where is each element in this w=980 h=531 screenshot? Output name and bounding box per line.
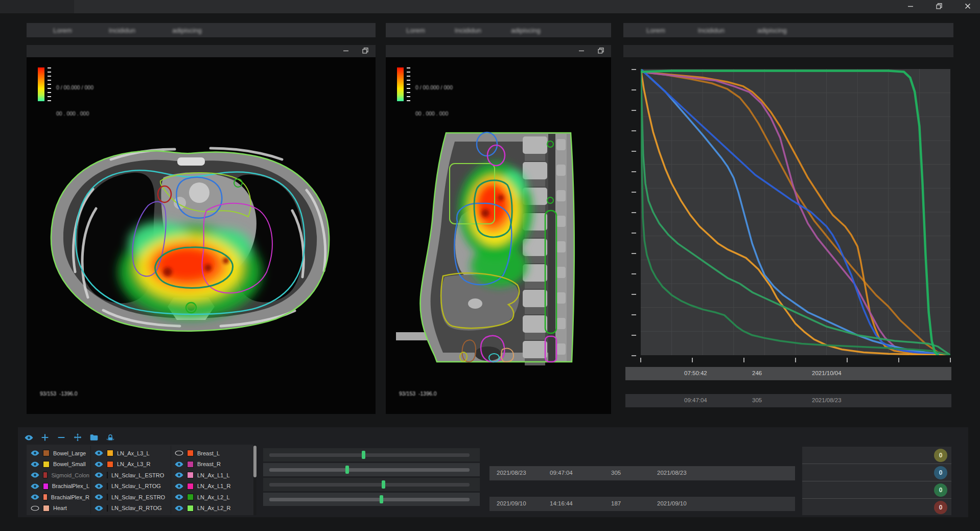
visibility-on-eye-icon[interactable] (95, 505, 103, 511)
scrollbar-thumb[interactable] (253, 446, 256, 477)
visibility-on-eye-icon[interactable] (95, 494, 103, 500)
slider-track[interactable] (269, 498, 470, 501)
structure-row[interactable]: Breast_L (175, 448, 234, 459)
panel-minimize-icon[interactable] (578, 47, 585, 56)
panel-minimize-icon[interactable] (343, 47, 349, 56)
color-swatch[interactable] (107, 472, 108, 478)
slider-track[interactable] (269, 468, 470, 472)
visibility-on-eye-icon[interactable] (175, 461, 183, 467)
structure-label: LN_Sclav_R_RTOG (111, 505, 162, 511)
visibility-off-eye-icon[interactable] (175, 450, 183, 456)
color-swatch[interactable] (43, 483, 49, 490)
window-close-button[interactable] (959, 0, 976, 13)
y-tick (632, 355, 636, 356)
color-swatch[interactable] (107, 483, 108, 490)
visibility-on-eye-icon[interactable] (95, 461, 103, 467)
structure-row[interactable]: Bowel_Large (31, 448, 89, 459)
badge-row[interactable]: 0 (802, 498, 951, 516)
structure-row[interactable]: LN_Ax_L3_R (95, 459, 153, 470)
structure-row[interactable]: Sigmoid_Colon (31, 470, 89, 481)
color-swatch[interactable] (43, 494, 48, 500)
color-swatch[interactable] (187, 450, 194, 456)
open-folder-icon[interactable] (88, 432, 100, 443)
slider-thumb[interactable] (382, 480, 385, 489)
color-swatch[interactable] (43, 450, 50, 456)
slider-track[interactable] (269, 483, 470, 487)
structure-row[interactable]: BrachialPlex_R (31, 492, 89, 503)
menu-item[interactable]: adipiscing (172, 27, 202, 34)
window-minimize-button[interactable] (902, 0, 919, 13)
visibility-eye-icon[interactable] (22, 432, 35, 443)
badge-row[interactable]: 0 (802, 481, 951, 498)
color-swatch[interactable] (107, 450, 113, 456)
structure-row[interactable]: LN_Sclav_R_ESTRO (95, 492, 153, 503)
window-restore-button[interactable] (930, 0, 948, 13)
visibility-on-eye-icon[interactable] (95, 450, 103, 456)
color-swatch[interactable] (187, 505, 194, 512)
color-swatch[interactable] (187, 472, 194, 478)
column-separator (90, 446, 91, 514)
structure-row[interactable]: LN_Ax_L3_L (95, 448, 153, 459)
structure-row[interactable]: Bowel_Small (31, 459, 89, 470)
slider-thumb[interactable] (345, 466, 349, 474)
visibility-off-eye-icon[interactable] (31, 505, 39, 511)
menu-item[interactable]: Incididun (698, 27, 725, 34)
structure-row[interactable]: BrachialPlex_L (31, 481, 89, 492)
slider-track[interactable] (269, 453, 470, 457)
menu-item[interactable]: adipiscing (511, 27, 541, 34)
structure-row[interactable]: LN_Ax_L2_R (175, 503, 234, 514)
lock-sync-icon[interactable] (104, 432, 116, 443)
structure-row[interactable]: Heart (31, 503, 89, 514)
visibility-on-eye-icon[interactable] (31, 494, 39, 500)
slider-thumb[interactable] (380, 495, 383, 503)
visibility-on-eye-icon[interactable] (175, 494, 183, 500)
structure-row[interactable]: LN_Ax_L1_R (175, 481, 234, 492)
menu-item[interactable]: Incididun (455, 27, 481, 34)
slider-thumb[interactable] (362, 451, 365, 459)
color-swatch[interactable] (107, 505, 108, 512)
visibility-on-eye-icon[interactable] (175, 483, 183, 489)
visibility-on-eye-icon[interactable] (31, 472, 39, 478)
color-swatch[interactable] (107, 461, 113, 468)
badge-row[interactable]: 0 (802, 447, 951, 464)
menu-item[interactable]: Lorem (406, 27, 425, 34)
axial-ct-canvas[interactable]: 0 / 00.000 / 000 00 . 000 . 000 93/153 -… (27, 57, 376, 414)
color-swatch[interactable] (107, 494, 108, 500)
visibility-on-eye-icon[interactable] (31, 461, 39, 467)
structure-row[interactable]: LN_Sclav_L_ESTRO (95, 470, 153, 481)
dvh-session-row[interactable]: 09:47:043052021/08/23 (625, 394, 951, 407)
panel-restore-icon[interactable] (598, 47, 604, 56)
structure-row[interactable]: LN_Ax_L1_L (175, 470, 234, 481)
remove-icon[interactable] (55, 432, 67, 443)
color-swatch[interactable] (43, 472, 48, 478)
menu-item[interactable]: adipiscing (757, 27, 787, 34)
color-swatch[interactable] (43, 461, 50, 468)
visibility-on-eye-icon[interactable] (175, 472, 183, 478)
menu-item[interactable]: Lorem (53, 27, 72, 34)
menu-item[interactable]: Lorem (646, 27, 665, 34)
session-row[interactable]: 2021/08/2309:47:043052021/08/23 (489, 466, 795, 480)
badge-row[interactable]: 0 (802, 464, 951, 481)
visibility-on-eye-icon[interactable] (95, 483, 103, 489)
sagittal-ct-canvas[interactable]: 0 / 00.000 / 000 00 . 000 . 000 93/153 -… (386, 57, 611, 414)
structure-row[interactable]: Breast_R (175, 459, 234, 470)
structure-row[interactable]: LN_Sclav_R_RTOG (95, 503, 153, 514)
structure-row[interactable]: LN_Sclav_L_RTOG (95, 481, 153, 492)
color-swatch[interactable] (187, 494, 194, 500)
add-icon[interactable] (39, 432, 51, 443)
structure-column: LN_Ax_L3_LLN_Ax_L3_RLN_Sclav_L_ESTROLN_S… (95, 448, 153, 512)
dvh-session-row-selected[interactable]: 07:50:422462021/10/04 (625, 367, 951, 380)
structure-row[interactable]: LN_Ax_L2_L (175, 492, 234, 503)
visibility-on-eye-icon[interactable] (95, 472, 103, 478)
notification-badges-panel: 0000 (802, 447, 951, 515)
visibility-on-eye-icon[interactable] (31, 483, 39, 489)
visibility-on-eye-icon[interactable] (31, 450, 39, 456)
menu-item[interactable]: Incididun (109, 27, 135, 34)
color-swatch[interactable] (187, 461, 194, 468)
color-swatch[interactable] (187, 483, 194, 490)
move-icon[interactable] (72, 432, 84, 443)
panel-restore-icon[interactable] (362, 47, 368, 56)
session-row[interactable]: 2021/09/1014:16:441872021/09/10 (489, 497, 795, 511)
color-swatch[interactable] (43, 505, 50, 512)
visibility-on-eye-icon[interactable] (175, 505, 183, 511)
